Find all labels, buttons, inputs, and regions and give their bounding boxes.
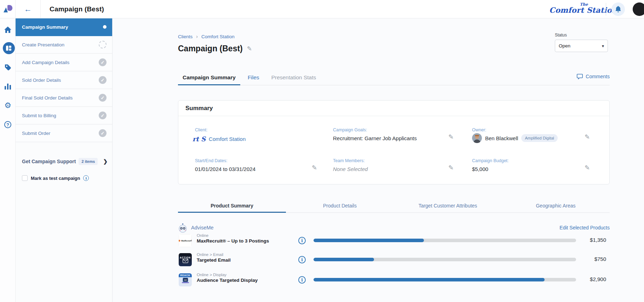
budget-progress-track xyxy=(314,278,576,281)
sidebar-item-label: Add Campaign Details xyxy=(22,60,99,65)
status-value: Open xyxy=(559,43,570,49)
tab-presentation-stats[interactable]: Presentation Stats xyxy=(267,72,321,85)
user-avatar[interactable] xyxy=(633,2,644,16)
page-tabs: Campaign Summary Files Presentation Stat… xyxy=(178,72,610,85)
gear-icon: ⚙ xyxy=(4,102,11,109)
owner-org-badge: Amplified Digital xyxy=(521,134,557,142)
sidebar-item-label: Final Sold Order Details xyxy=(22,95,99,101)
comments-label: Comments xyxy=(586,74,610,79)
tab-geographic-areas[interactable]: Geographic Areas xyxy=(502,200,610,213)
tab-target-customer-attributes[interactable]: Target Customer Attributes xyxy=(394,200,502,213)
app-logo[interactable] xyxy=(0,0,16,18)
reports-nav-button[interactable] xyxy=(0,80,16,92)
tab-product-summary[interactable]: Product Summary xyxy=(178,200,286,213)
brand-logo: The Comfort Station xyxy=(549,2,602,15)
support-count-badge: 2 items xyxy=(79,158,98,165)
budget-progress-track xyxy=(314,239,576,242)
check-circle-icon: ✓ xyxy=(99,112,107,119)
tags-nav-button[interactable] xyxy=(0,61,16,73)
status-select[interactable]: Open ▾ xyxy=(555,40,608,52)
sidebar-item-campaign-summary[interactable]: Campaign Summary xyxy=(16,18,112,36)
sidebar-item-label: Submit to Billing xyxy=(22,113,99,118)
breadcrumb-clients-link[interactable]: Clients xyxy=(178,34,192,39)
sidebar-item-create-presentation[interactable]: Create Presentation xyxy=(16,36,112,54)
help-nav-button[interactable]: ? xyxy=(0,119,16,131)
edit-dates-pencil-icon[interactable]: ✎ xyxy=(312,164,317,172)
product-name: Targeted Email xyxy=(197,257,231,263)
status-label: Status xyxy=(555,33,608,38)
chevron-down-icon: ▾ xyxy=(602,44,604,49)
page-title: Campaign (Best) xyxy=(178,44,243,53)
owner-label: Owner: xyxy=(472,127,486,132)
product-info-icon[interactable]: i xyxy=(298,276,306,284)
team-members-label: Team Members: xyxy=(333,158,365,163)
sidebar-item-submit-order[interactable]: Submit Order ✓ xyxy=(16,125,112,142)
sidebar-item-final-sold-order-details[interactable]: Final Sold Order Details ✓ xyxy=(16,89,112,107)
topbar-divider xyxy=(606,3,606,16)
comments-button[interactable]: Comments xyxy=(577,74,610,79)
edit-team-pencil-icon[interactable]: ✎ xyxy=(448,164,454,172)
product-price: $750 xyxy=(564,256,606,262)
edit-title-pencil-icon[interactable]: ✎ xyxy=(247,46,252,52)
back-arrow-icon: ← xyxy=(24,5,32,13)
sidebar-item-add-campaign-details[interactable]: Add Campaign Details ✓ xyxy=(16,54,112,72)
check-circle-icon: ✓ xyxy=(99,94,107,102)
team-members-value: None Selected xyxy=(333,166,368,172)
breadcrumb-client-link[interactable]: Comfort Station xyxy=(201,34,235,39)
pending-step-icon xyxy=(99,41,107,49)
chevron-right-icon: ❯ xyxy=(103,158,108,165)
campaign-goals-label: Campaign Goals: xyxy=(333,127,367,132)
breadcrumb-separator-icon: › xyxy=(196,34,198,39)
dashboard-icon xyxy=(3,42,15,54)
maxrecruit-logo-icon: ◆MaxRecruit® xyxy=(179,234,192,247)
svg-text:AD: AD xyxy=(184,279,187,281)
dates-label: Start/End Dates: xyxy=(195,158,228,163)
get-campaign-support-button[interactable]: Get Campaign Support 2 items ❯ xyxy=(16,152,113,171)
active-step-dot-icon xyxy=(103,25,107,29)
bar-chart-icon xyxy=(5,84,11,90)
edit-goals-pencil-icon[interactable]: ✎ xyxy=(448,133,454,141)
sidebar-item-label: Campaign Summary xyxy=(22,24,103,30)
edit-selected-products-link[interactable]: Edit Selected Products xyxy=(559,225,610,230)
edit-budget-pencil-icon[interactable]: ✎ xyxy=(585,164,590,172)
product-category: Online xyxy=(197,233,269,238)
info-icon[interactable]: i xyxy=(83,175,89,181)
settings-nav-button[interactable]: ⚙ xyxy=(0,99,16,112)
product-row-maxrecruit: ◆MaxRecruit® Online MaxRecruit® – Up to … xyxy=(178,233,610,247)
product-tabs: Product Summary Product Details Target C… xyxy=(178,200,610,213)
notifications-button[interactable] xyxy=(611,2,625,16)
budget-progress-fill xyxy=(314,258,374,261)
client-name-link[interactable]: Comfort Station xyxy=(209,136,246,142)
tab-files[interactable]: Files xyxy=(243,72,264,85)
window-title: Campaign (Best) xyxy=(50,5,104,13)
product-row-targeted-email: ACTION Online > Email Targeted Email i $… xyxy=(178,252,610,267)
budget-label: Campaign Budget: xyxy=(472,158,509,163)
comment-bubble-icon xyxy=(577,74,583,79)
campaigns-nav-button[interactable] xyxy=(0,42,16,54)
home-nav-button[interactable] xyxy=(0,24,16,36)
client-label: Client: xyxy=(195,127,207,132)
test-campaign-checkbox[interactable] xyxy=(22,175,28,181)
workflow-sidebar: Campaign Summary Create Presentation Add… xyxy=(16,18,113,302)
product-category: Online > Display xyxy=(197,273,258,277)
sidebar-item-label: Sold Order Details xyxy=(22,78,99,83)
check-circle-icon: ✓ xyxy=(99,76,107,84)
product-category: Online > Email xyxy=(197,252,231,257)
dates-value: 01/01/2024 to 03/31/2024 xyxy=(195,166,255,172)
tab-campaign-summary[interactable]: Campaign Summary xyxy=(178,72,240,85)
budget-progress-fill xyxy=(314,278,545,281)
back-button[interactable]: ← xyxy=(16,0,41,18)
product-row-audience-targeted-display: REACH AD Online > Display Audience Targe… xyxy=(178,273,610,287)
product-info-icon[interactable]: i xyxy=(298,237,306,244)
sidebar-item-sold-order-details[interactable]: Sold Order Details ✓ xyxy=(16,72,112,89)
sidebar-item-submit-to-billing[interactable]: Submit to Billing ✓ xyxy=(16,107,112,125)
edit-owner-pencil-icon[interactable]: ✎ xyxy=(585,133,590,141)
summary-card: Summary Client: rt S Comfort Station Cam… xyxy=(178,100,610,184)
home-icon xyxy=(4,27,11,33)
product-info-icon[interactable]: i xyxy=(298,256,306,263)
top-bar: ← Campaign (Best) The Comfort Station xyxy=(0,0,644,18)
owner-avatar xyxy=(472,133,482,143)
client-logo: rt S xyxy=(192,135,206,143)
tab-product-details[interactable]: Product Details xyxy=(286,200,394,213)
icon-rail: ⚙ ? xyxy=(0,18,16,302)
